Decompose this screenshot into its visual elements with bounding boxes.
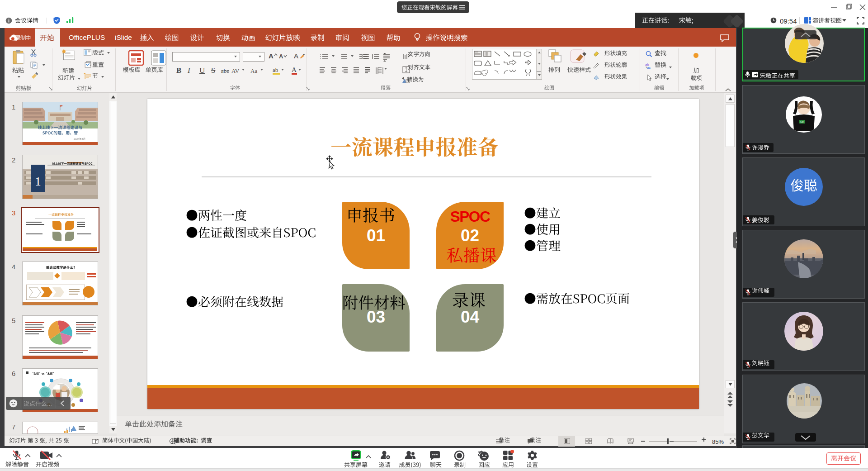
svg-text:NF: NF: [800, 121, 804, 124]
svg-text:ac: ac: [647, 66, 651, 69]
